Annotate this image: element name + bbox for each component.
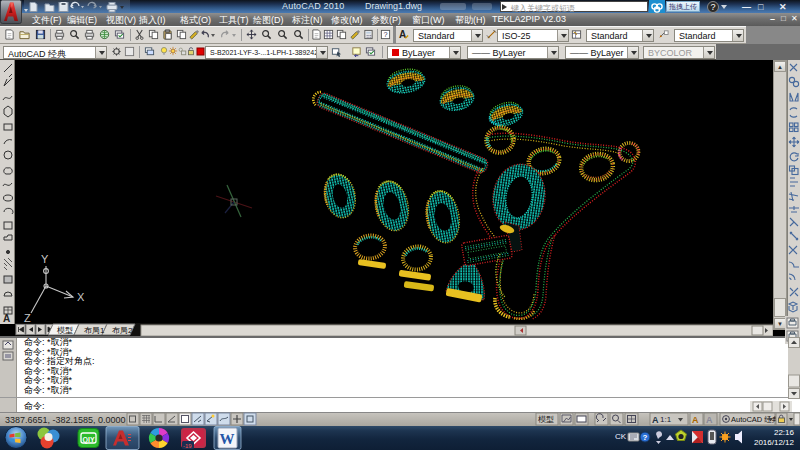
svg-text:模型: 模型	[538, 415, 554, 424]
svg-text:A: A	[706, 415, 713, 425]
svg-text:Y: Y	[41, 253, 49, 265]
svg-text:X: X	[77, 291, 85, 303]
svg-text:A: A	[692, 415, 699, 425]
svg-text:QIY: QIY	[83, 436, 95, 444]
svg-text:布局1: 布局1	[84, 326, 105, 335]
svg-text:-19: -19	[183, 443, 192, 449]
svg-text:W: W	[220, 431, 235, 447]
svg-text:1:1: 1:1	[660, 415, 672, 424]
svg-text:模型: 模型	[57, 326, 73, 335]
svg-text:?: ?	[643, 433, 648, 442]
svg-text:A: A	[3, 313, 10, 324]
svg-text:A: A	[652, 415, 659, 425]
svg-text:CK: CK	[615, 432, 627, 441]
svg-text:布局2: 布局2	[112, 326, 133, 335]
svg-text:AutoCAD 经典: AutoCAD 经典	[731, 415, 780, 424]
